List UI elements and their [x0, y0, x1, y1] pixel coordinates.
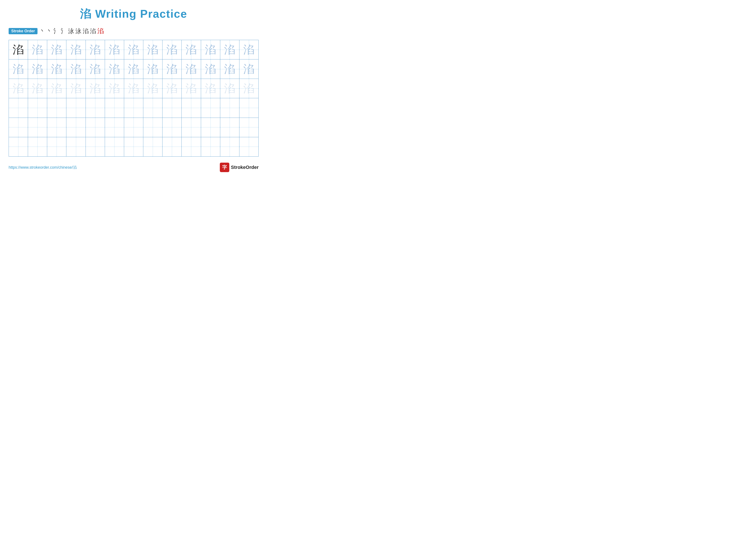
- char-medium: 淊: [186, 64, 197, 75]
- cell-1-1[interactable]: 淊: [9, 40, 28, 59]
- cell-2-9[interactable]: 淊: [162, 60, 182, 79]
- char-medium: 淊: [128, 64, 139, 75]
- char-medium: 淊: [186, 44, 197, 55]
- char-light: 淊: [13, 83, 24, 94]
- char-medium: 淊: [128, 44, 139, 55]
- stroke-7: 淊: [83, 27, 89, 35]
- cell-3-2[interactable]: 淊: [28, 79, 47, 98]
- stroke-3: 氵: [53, 27, 60, 35]
- cell-6-11[interactable]: [201, 137, 220, 156]
- cell-2-12[interactable]: 淊: [220, 60, 239, 79]
- cell-5-1[interactable]: [9, 118, 28, 137]
- cell-4-9[interactable]: [162, 98, 182, 117]
- cell-1-4[interactable]: 淊: [67, 40, 86, 59]
- cell-3-5[interactable]: 淊: [86, 79, 105, 98]
- char-light: 淊: [147, 83, 158, 94]
- cell-1-3[interactable]: 淊: [47, 40, 67, 59]
- cell-5-7[interactable]: [124, 118, 143, 137]
- cell-6-2[interactable]: [28, 137, 47, 156]
- char-light: 淊: [243, 83, 255, 94]
- cell-2-4[interactable]: 淊: [67, 60, 86, 79]
- cell-5-3[interactable]: [47, 118, 67, 137]
- cell-3-12[interactable]: 淊: [220, 79, 239, 98]
- cell-5-5[interactable]: [86, 118, 105, 137]
- cell-2-2[interactable]: 淊: [28, 60, 47, 79]
- brand-icon: 字: [220, 163, 229, 172]
- cell-6-12[interactable]: [220, 137, 239, 156]
- cell-1-6[interactable]: 淊: [105, 40, 124, 59]
- cell-3-6[interactable]: 淊: [105, 79, 124, 98]
- cell-4-5[interactable]: [86, 98, 105, 117]
- cell-3-4[interactable]: 淊: [67, 79, 86, 98]
- cell-2-8[interactable]: 淊: [143, 60, 162, 79]
- char-medium: 淊: [147, 44, 158, 55]
- cell-1-5[interactable]: 淊: [86, 40, 105, 59]
- cell-4-6[interactable]: [105, 98, 124, 117]
- cell-4-4[interactable]: [67, 98, 86, 117]
- cell-6-5[interactable]: [86, 137, 105, 156]
- cell-6-7[interactable]: [124, 137, 143, 156]
- cell-2-1[interactable]: 淊: [9, 60, 28, 79]
- cell-4-13[interactable]: [239, 98, 258, 117]
- stroke-order-badge: Stroke Order: [9, 28, 38, 34]
- cell-2-3[interactable]: 淊: [47, 60, 67, 79]
- cell-4-3[interactable]: [47, 98, 67, 117]
- cell-5-9[interactable]: [162, 118, 182, 137]
- cell-1-12[interactable]: 淊: [220, 40, 239, 59]
- char-medium: 淊: [205, 64, 216, 75]
- cell-5-8[interactable]: [143, 118, 162, 137]
- cell-2-13[interactable]: 淊: [239, 60, 258, 79]
- cell-3-10[interactable]: 淊: [182, 79, 201, 98]
- cell-6-3[interactable]: [47, 137, 67, 156]
- cell-6-1[interactable]: [9, 137, 28, 156]
- cell-4-12[interactable]: [220, 98, 239, 117]
- cell-1-8[interactable]: 淊: [143, 40, 162, 59]
- cell-3-8[interactable]: 淊: [143, 79, 162, 98]
- title-text: Writing Practice: [95, 8, 187, 20]
- cell-5-11[interactable]: [201, 118, 220, 137]
- cell-6-9[interactable]: [162, 137, 182, 156]
- cell-4-11[interactable]: [201, 98, 220, 117]
- cell-4-8[interactable]: [143, 98, 162, 117]
- cell-1-10[interactable]: 淊: [182, 40, 201, 59]
- cell-2-10[interactable]: 淊: [182, 60, 201, 79]
- cell-6-10[interactable]: [182, 137, 201, 156]
- stroke-6: 泳: [75, 27, 81, 35]
- cell-3-9[interactable]: 淊: [162, 79, 182, 98]
- cell-1-9[interactable]: 淊: [162, 40, 182, 59]
- cell-3-3[interactable]: 淊: [47, 79, 67, 98]
- cell-4-10[interactable]: [182, 98, 201, 117]
- cell-1-2[interactable]: 淊: [28, 40, 47, 59]
- cell-6-6[interactable]: [105, 137, 124, 156]
- cell-4-7[interactable]: [124, 98, 143, 117]
- cell-5-12[interactable]: [220, 118, 239, 137]
- char-light: 淊: [205, 83, 216, 94]
- cell-5-10[interactable]: [182, 118, 201, 137]
- cell-5-4[interactable]: [67, 118, 86, 137]
- cell-6-8[interactable]: [143, 137, 162, 156]
- footer-url[interactable]: https://www.strokeorder.com/chinese/淊: [9, 165, 77, 170]
- char-medium: 淊: [243, 44, 255, 55]
- cell-1-13[interactable]: 淊: [239, 40, 258, 59]
- cell-1-11[interactable]: 淊: [201, 40, 220, 59]
- cell-2-5[interactable]: 淊: [86, 60, 105, 79]
- cell-2-7[interactable]: 淊: [124, 60, 143, 79]
- brand-name: StrokeOrder: [231, 165, 258, 170]
- cell-5-13[interactable]: [239, 118, 258, 137]
- cell-3-7[interactable]: 淊: [124, 79, 143, 98]
- cell-4-2[interactable]: [28, 98, 47, 117]
- cell-2-6[interactable]: 淊: [105, 60, 124, 79]
- cell-5-6[interactable]: [105, 118, 124, 137]
- cell-5-2[interactable]: [28, 118, 47, 137]
- cell-4-1[interactable]: [9, 98, 28, 117]
- char-medium: 淊: [32, 64, 43, 75]
- cell-3-13[interactable]: 淊: [239, 79, 258, 98]
- char-light: 淊: [90, 83, 101, 94]
- cell-6-13[interactable]: [239, 137, 258, 156]
- cell-3-11[interactable]: 淊: [201, 79, 220, 98]
- cell-6-4[interactable]: [67, 137, 86, 156]
- cell-1-7[interactable]: 淊: [124, 40, 143, 59]
- cell-3-1[interactable]: 淊: [9, 79, 28, 98]
- cell-2-11[interactable]: 淊: [201, 60, 220, 79]
- char-light: 淊: [224, 83, 235, 94]
